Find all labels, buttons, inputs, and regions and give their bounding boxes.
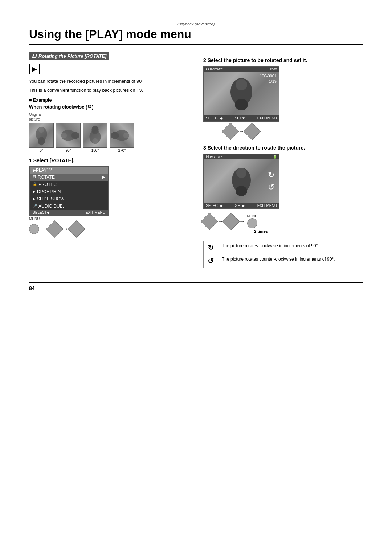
- step3-diamond-1[interactable]: [201, 212, 218, 230]
- step3-heading: 3 Select the direction to rotate the pic…: [203, 145, 363, 151]
- menu-item-audio[interactable]: 🎤 AUDIO DUB.: [30, 203, 108, 210]
- screen1-bottom: SELECT◆ SET▼ EXIT MENU: [204, 115, 279, 121]
- svg-point-13: [236, 79, 247, 90]
- screen1-folder: 100-0001: [260, 73, 277, 79]
- degree-90: 90°: [65, 148, 71, 152]
- svg-point-16: [236, 168, 246, 178]
- right-column: 2 Select the picture to be rotated and s…: [203, 52, 363, 268]
- menu-title-bar: ▶ PLAY 1/2: [30, 167, 108, 174]
- svg-point-17: [236, 186, 247, 196]
- menu-bottom-bar: SELECT◆ EXIT MENU: [30, 210, 108, 215]
- camera-screen-2: 🎞 ROTATE 🔋 ↻ ↺ SELECT◆: [203, 154, 279, 209]
- rotate-menu-icon: 🎞: [33, 175, 36, 179]
- step3-diamond-2[interactable]: [222, 212, 240, 230]
- menu-title: PLAY: [36, 168, 47, 173]
- audio-label: AUDIO DUB.: [38, 204, 64, 209]
- body-text-1: You can rotate the recorded pictures in …: [29, 78, 189, 85]
- times-label: 2 times: [254, 229, 268, 233]
- dpof-label: DPOF PRINT: [37, 189, 64, 194]
- rotation-img-90: 90°: [56, 123, 81, 152]
- screen2-bottom: SELECT◆ SET▶ EXIT MENU: [204, 203, 279, 208]
- svg-point-8: [91, 125, 98, 134]
- example-label: Example: [29, 98, 189, 103]
- table-row-cw: ↻ The picture rotates clockwise in incre…: [204, 241, 363, 254]
- svg-point-1: [38, 127, 44, 133]
- menu-button-circle[interactable]: [29, 224, 39, 234]
- nav-diamond-2[interactable]: [68, 220, 85, 237]
- screen2-exit: EXIT MENU: [257, 204, 277, 208]
- nav-diamond-1[interactable]: [46, 220, 64, 237]
- screen2-top: 🎞 ROTATE 🔋: [204, 154, 279, 159]
- cw-arrow-overlay: ↻: [268, 170, 274, 180]
- menu-item-protect[interactable]: 🔒 PROTECT: [30, 181, 108, 188]
- screen1-fileinfo: 2560: [270, 68, 277, 71]
- menu-item-dpof[interactable]: ▶ DPOF PRINT: [30, 188, 108, 195]
- screen2-select: SELECT◆: [206, 204, 223, 208]
- body-text-2: This is a convenient function to play ba…: [29, 87, 189, 94]
- audio-icon: 🎤: [33, 204, 37, 208]
- protect-icon: 🔒: [33, 182, 37, 186]
- page-title: Using the [PLAY] mode menu: [29, 28, 363, 45]
- original-label: Originalpicture: [29, 112, 189, 122]
- svg-point-10: [123, 133, 129, 138]
- ccw-symbol-cell: ↺: [204, 254, 218, 268]
- rotate-menu-label: ROTATE: [38, 175, 55, 180]
- rotate-icon: 🎞: [32, 54, 36, 59]
- step1-nav-label: MENU: [29, 217, 189, 221]
- svg-point-5: [71, 132, 79, 139]
- when-rotating-label: When rotating clockwise (↻): [29, 103, 189, 110]
- degree-0: 0°: [40, 148, 43, 152]
- menu-box: ▶ PLAY 1/2 🎞 ROTATE ▶ 🔒 PROTECT ▶ DPOF P…: [29, 166, 109, 216]
- page-number: 84: [29, 282, 363, 291]
- step2-block: 2 Select the picture to be rotated and s…: [203, 57, 363, 138]
- protect-label: PROTECT: [38, 182, 59, 187]
- playback-symbol: ▶: [32, 65, 37, 73]
- cw-symbol-cell: ↻: [204, 241, 218, 254]
- cw-description: The picture rotates clockwise in increme…: [218, 241, 363, 254]
- menu-exit-label: EXIT MENU: [86, 211, 105, 215]
- screen1-set: SET▼: [235, 116, 245, 120]
- screen1-exit: EXIT MENU: [257, 116, 277, 120]
- rotate-menu-arrow: ▶: [102, 175, 105, 179]
- menu-item-rotate[interactable]: 🎞 ROTATE ▶: [30, 174, 108, 181]
- table-row-ccw: ↺ The picture rotates counter-clockwise …: [204, 254, 363, 268]
- svg-point-7: [92, 138, 98, 144]
- ccw-description: The picture rotates counter-clockwise in…: [218, 254, 363, 268]
- ccw-arrow-overlay: ↺: [268, 183, 274, 192]
- step3-nav-row: → → MENU: [203, 214, 257, 228]
- degree-180: 180°: [91, 148, 99, 152]
- section-header-text: Rotating the Picture [ROTATE]: [38, 53, 106, 59]
- section-header: 🎞 Rotating the Picture [ROTATE]: [29, 52, 109, 60]
- step3-menu-circle[interactable]: [247, 218, 257, 228]
- slideshow-label: SLIDE SHOW: [37, 196, 64, 201]
- screen2-battery: 🔋: [273, 155, 277, 159]
- camera-screen-1: 🎞 ROTATE 2560 100-0001 1/19 SELECT◆: [203, 66, 279, 122]
- step1-heading: 1 Select [ROTATE].: [29, 158, 189, 163]
- rotation-img-180: 180°: [83, 123, 107, 152]
- screen1-img: 100-0001 1/19: [204, 72, 279, 115]
- screen1-top: 🎞 ROTATE 2560: [204, 67, 279, 72]
- screen2-img: ↻ ↺: [204, 159, 279, 203]
- step2-heading: 2 Select the picture to be rotated and s…: [203, 57, 363, 63]
- screen2-rotate-label: 🎞 ROTATE: [206, 155, 223, 159]
- rotation-images: 0° 90°: [29, 123, 189, 152]
- menu-page: 1/2: [47, 168, 52, 173]
- rotation-img-0: 0°: [29, 123, 54, 152]
- step2-diamond-1[interactable]: [222, 123, 239, 140]
- screen1-count: 1/19: [260, 79, 277, 84]
- screen1-rotate-label: 🎞 ROTATE: [206, 68, 223, 71]
- svg-point-14: [235, 99, 248, 110]
- step2-diamond-2[interactable]: [244, 123, 261, 140]
- step2-nav-row: →: [203, 125, 279, 138]
- menu-item-slideshow[interactable]: ▶ SLIDE SHOW: [30, 195, 108, 203]
- screen1-select: SELECT◆: [206, 116, 223, 120]
- playback-icon-box: ▶: [29, 64, 40, 74]
- left-column: 🎞 Rotating the Picture [ROTATE] ▶ You ca…: [29, 52, 189, 268]
- menu-select-label: SELECT◆: [33, 211, 50, 215]
- degree-270: 270°: [118, 148, 126, 152]
- rotation-img-270: 270°: [110, 123, 134, 152]
- rotate-direction-table: ↻ The picture rotates clockwise in incre…: [203, 241, 363, 268]
- slideshow-icon: ▶: [33, 197, 36, 201]
- screen2-set: SET▶: [235, 204, 245, 208]
- step3-block: 3 Select the direction to rotate the pic…: [203, 145, 363, 233]
